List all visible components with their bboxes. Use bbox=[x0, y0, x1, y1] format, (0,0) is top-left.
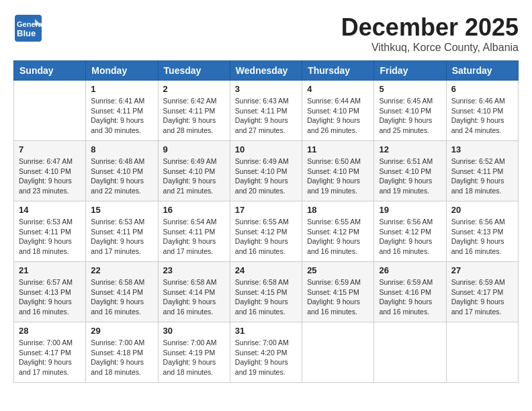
day-info: Sunrise: 6:57 AM Sunset: 4:13 PM Dayligh… bbox=[19, 277, 81, 317]
weekday-header-wednesday: Wednesday bbox=[230, 61, 302, 81]
calendar-cell bbox=[374, 322, 446, 383]
calendar-cell: 18Sunrise: 6:55 AM Sunset: 4:12 PM Dayli… bbox=[302, 201, 374, 262]
day-number: 29 bbox=[91, 326, 152, 336]
day-info: Sunrise: 7:00 AM Sunset: 4:17 PM Dayligh… bbox=[19, 338, 81, 377]
day-info: Sunrise: 6:43 AM Sunset: 4:11 PM Dayligh… bbox=[235, 96, 297, 136]
logo-icon: General Blue bbox=[13, 13, 43, 43]
day-number: 8 bbox=[91, 144, 152, 154]
calendar-cell: 31Sunrise: 7:00 AM Sunset: 4:20 PM Dayli… bbox=[230, 322, 302, 383]
calendar-cell: 20Sunrise: 6:56 AM Sunset: 4:13 PM Dayli… bbox=[446, 201, 518, 262]
day-info: Sunrise: 6:51 AM Sunset: 4:10 PM Dayligh… bbox=[379, 156, 441, 196]
day-info: Sunrise: 7:00 AM Sunset: 4:20 PM Dayligh… bbox=[235, 338, 297, 377]
calendar-cell: 9Sunrise: 6:49 AM Sunset: 4:10 PM Daylig… bbox=[158, 141, 230, 201]
day-info: Sunrise: 6:55 AM Sunset: 4:12 PM Dayligh… bbox=[235, 217, 297, 257]
day-info: Sunrise: 6:44 AM Sunset: 4:10 PM Dayligh… bbox=[307, 96, 369, 136]
day-number: 17 bbox=[235, 205, 297, 215]
calendar-cell: 15Sunrise: 6:53 AM Sunset: 4:11 PM Dayli… bbox=[86, 201, 158, 262]
day-number: 28 bbox=[19, 326, 81, 336]
day-number: 9 bbox=[163, 144, 225, 154]
day-number: 18 bbox=[307, 205, 369, 215]
day-info: Sunrise: 6:45 AM Sunset: 4:10 PM Dayligh… bbox=[379, 96, 441, 136]
day-info: Sunrise: 6:42 AM Sunset: 4:11 PM Dayligh… bbox=[163, 96, 225, 136]
svg-text:Blue: Blue bbox=[17, 28, 36, 38]
weekday-header-friday: Friday bbox=[374, 61, 446, 81]
day-number: 31 bbox=[235, 326, 297, 336]
day-info: Sunrise: 6:56 AM Sunset: 4:12 PM Dayligh… bbox=[379, 217, 441, 257]
day-info: Sunrise: 6:52 AM Sunset: 4:11 PM Dayligh… bbox=[451, 156, 513, 196]
day-number: 26 bbox=[379, 265, 441, 275]
day-number: 12 bbox=[379, 144, 441, 154]
day-info: Sunrise: 7:00 AM Sunset: 4:18 PM Dayligh… bbox=[91, 338, 152, 377]
day-number: 1 bbox=[91, 84, 152, 94]
day-info: Sunrise: 6:56 AM Sunset: 4:13 PM Dayligh… bbox=[451, 217, 513, 257]
day-info: Sunrise: 6:54 AM Sunset: 4:11 PM Dayligh… bbox=[163, 217, 225, 257]
day-number: 19 bbox=[379, 205, 441, 215]
weekday-header-saturday: Saturday bbox=[446, 61, 518, 81]
calendar-cell: 30Sunrise: 7:00 AM Sunset: 4:19 PM Dayli… bbox=[158, 322, 230, 383]
day-number: 22 bbox=[91, 265, 152, 275]
weekday-header-tuesday: Tuesday bbox=[158, 61, 230, 81]
day-number: 27 bbox=[451, 265, 513, 275]
weekday-header-sunday: Sunday bbox=[14, 61, 86, 81]
calendar-cell: 14Sunrise: 6:53 AM Sunset: 4:11 PM Dayli… bbox=[14, 201, 86, 262]
day-number: 10 bbox=[235, 144, 297, 154]
calendar-cell: 22Sunrise: 6:58 AM Sunset: 4:14 PM Dayli… bbox=[86, 262, 158, 322]
calendar-cell bbox=[446, 322, 518, 383]
day-info: Sunrise: 6:49 AM Sunset: 4:10 PM Dayligh… bbox=[163, 156, 225, 196]
weekday-header-thursday: Thursday bbox=[302, 61, 374, 81]
calendar-cell: 2Sunrise: 6:42 AM Sunset: 4:11 PM Daylig… bbox=[158, 81, 230, 141]
day-number: 16 bbox=[163, 205, 225, 215]
weekday-header-monday: Monday bbox=[86, 61, 158, 81]
week-row-4: 21Sunrise: 6:57 AM Sunset: 4:13 PM Dayli… bbox=[14, 262, 519, 322]
calendar-cell: 26Sunrise: 6:59 AM Sunset: 4:16 PM Dayli… bbox=[374, 262, 446, 322]
day-number: 30 bbox=[163, 326, 225, 336]
page-header: General Blue December 2025 Vithkuq, Korc… bbox=[13, 13, 519, 54]
calendar-cell: 6Sunrise: 6:46 AM Sunset: 4:10 PM Daylig… bbox=[446, 81, 518, 141]
calendar-cell: 12Sunrise: 6:51 AM Sunset: 4:10 PM Dayli… bbox=[374, 141, 446, 201]
day-number: 6 bbox=[451, 84, 513, 94]
calendar-cell: 19Sunrise: 6:56 AM Sunset: 4:12 PM Dayli… bbox=[374, 201, 446, 262]
day-info: Sunrise: 6:59 AM Sunset: 4:17 PM Dayligh… bbox=[451, 277, 513, 317]
day-number: 4 bbox=[307, 84, 369, 94]
day-info: Sunrise: 6:59 AM Sunset: 4:16 PM Dayligh… bbox=[379, 277, 441, 317]
calendar-cell: 17Sunrise: 6:55 AM Sunset: 4:12 PM Dayli… bbox=[230, 201, 302, 262]
day-number: 20 bbox=[451, 205, 513, 215]
calendar-cell: 21Sunrise: 6:57 AM Sunset: 4:13 PM Dayli… bbox=[14, 262, 86, 322]
day-info: Sunrise: 6:58 AM Sunset: 4:14 PM Dayligh… bbox=[163, 277, 225, 317]
day-number: 11 bbox=[307, 144, 369, 154]
calendar-cell: 16Sunrise: 6:54 AM Sunset: 4:11 PM Dayli… bbox=[158, 201, 230, 262]
day-info: Sunrise: 6:41 AM Sunset: 4:11 PM Dayligh… bbox=[91, 96, 152, 136]
calendar-table: SundayMondayTuesdayWednesdayThursdayFrid… bbox=[13, 60, 519, 383]
calendar-cell: 27Sunrise: 6:59 AM Sunset: 4:17 PM Dayli… bbox=[446, 262, 518, 322]
day-number: 13 bbox=[451, 144, 513, 154]
day-number: 2 bbox=[163, 84, 225, 94]
week-row-3: 14Sunrise: 6:53 AM Sunset: 4:11 PM Dayli… bbox=[14, 201, 519, 262]
calendar-cell: 29Sunrise: 7:00 AM Sunset: 4:18 PM Dayli… bbox=[86, 322, 158, 383]
day-number: 24 bbox=[235, 265, 297, 275]
calendar-cell: 28Sunrise: 7:00 AM Sunset: 4:17 PM Dayli… bbox=[14, 322, 86, 383]
calendar-cell bbox=[14, 81, 86, 141]
day-info: Sunrise: 6:49 AM Sunset: 4:10 PM Dayligh… bbox=[235, 156, 297, 196]
day-number: 25 bbox=[307, 265, 369, 275]
calendar-cell: 3Sunrise: 6:43 AM Sunset: 4:11 PM Daylig… bbox=[230, 81, 302, 141]
day-info: Sunrise: 6:47 AM Sunset: 4:10 PM Dayligh… bbox=[19, 156, 81, 196]
logo: General Blue bbox=[13, 13, 43, 43]
day-number: 21 bbox=[19, 265, 81, 275]
day-info: Sunrise: 6:59 AM Sunset: 4:15 PM Dayligh… bbox=[307, 277, 369, 317]
location-subtitle: Vithkuq, Korce County, Albania bbox=[341, 42, 519, 54]
calendar-cell: 25Sunrise: 6:59 AM Sunset: 4:15 PM Dayli… bbox=[302, 262, 374, 322]
calendar-cell: 4Sunrise: 6:44 AM Sunset: 4:10 PM Daylig… bbox=[302, 81, 374, 141]
day-number: 23 bbox=[163, 265, 225, 275]
day-number: 5 bbox=[379, 84, 441, 94]
day-number: 14 bbox=[19, 205, 81, 215]
day-number: 7 bbox=[19, 144, 81, 154]
day-number: 15 bbox=[91, 205, 152, 215]
week-row-1: 1Sunrise: 6:41 AM Sunset: 4:11 PM Daylig… bbox=[14, 81, 519, 141]
day-info: Sunrise: 6:53 AM Sunset: 4:11 PM Dayligh… bbox=[19, 217, 81, 257]
week-row-5: 28Sunrise: 7:00 AM Sunset: 4:17 PM Dayli… bbox=[14, 322, 519, 383]
calendar-cell bbox=[302, 322, 374, 383]
weekday-header-row: SundayMondayTuesdayWednesdayThursdayFrid… bbox=[14, 61, 519, 81]
day-info: Sunrise: 7:00 AM Sunset: 4:19 PM Dayligh… bbox=[163, 338, 225, 377]
day-info: Sunrise: 6:55 AM Sunset: 4:12 PM Dayligh… bbox=[307, 217, 369, 257]
day-info: Sunrise: 6:58 AM Sunset: 4:14 PM Dayligh… bbox=[91, 277, 152, 317]
